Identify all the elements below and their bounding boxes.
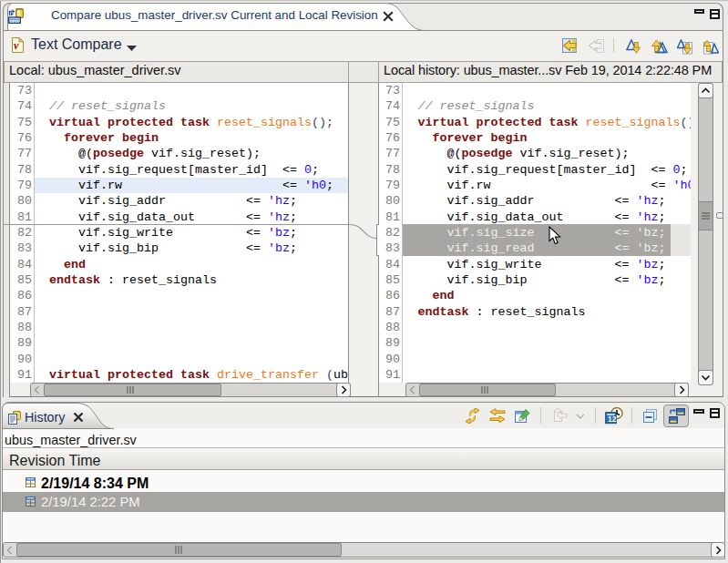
svg-text:12: 12	[608, 415, 617, 424]
svg-text:v: v	[14, 39, 19, 52]
